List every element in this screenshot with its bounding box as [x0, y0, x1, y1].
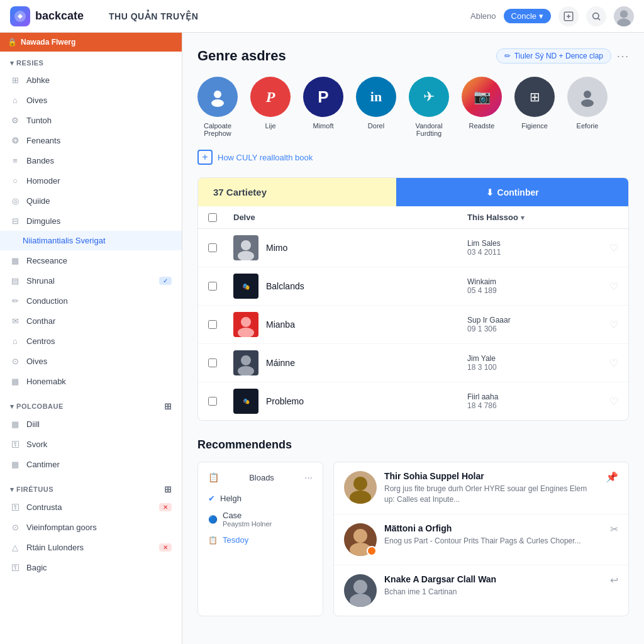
sort-arrow[interactable]: ▾: [521, 214, 525, 221]
rec1-action[interactable]: 📌: [606, 471, 618, 483]
sidebar-item-oives2[interactable]: ⊙Oives: [0, 351, 182, 371]
sidebar-item-honemabk[interactable]: ▦Honemabk: [0, 371, 182, 391]
row1-heart[interactable]: ♡: [609, 242, 618, 254]
rec2-action[interactable]: ✂: [610, 523, 618, 535]
row5-checkbox[interactable]: [208, 397, 217, 406]
icon-lije[interactable]: P Lije: [250, 77, 291, 137]
brand-icons-row: CalpoatePrephow P Lije P Mimoft in Dorel…: [197, 77, 629, 137]
add-button[interactable]: +: [197, 150, 213, 165]
tesdoy-label[interactable]: Tesdoy: [223, 535, 248, 545]
sidebar-item-niiatimantialis[interactable]: Niiatimantialis Sverigat: [0, 231, 182, 250]
vandoral-label: VandoralFurdting: [415, 122, 442, 137]
translate-icon[interactable]: [558, 6, 579, 26]
figience-label: Figience: [521, 122, 548, 130]
row2-heart[interactable]: ♡: [609, 280, 618, 292]
more-options-button[interactable]: ⋯: [616, 48, 629, 64]
sidebar-item-conthar[interactable]: ✉Conthar: [0, 311, 182, 331]
avatar[interactable]: [614, 6, 634, 26]
rec3-action[interactable]: ↩: [610, 574, 618, 586]
sidebar-item-cantimer[interactable]: ▦Cantimer: [0, 454, 182, 474]
sidebar-item-bagic[interactable]: ⚿Bagic: [0, 557, 182, 577]
sidebar-item-feneants[interactable]: ❂Feneants: [0, 130, 182, 150]
quiide-icon: ◎: [10, 196, 20, 206]
row4-heart[interactable]: ♡: [609, 357, 618, 369]
row4-checkbox[interactable]: [208, 358, 217, 367]
row4-meta: Jim Yale 18 3 100: [467, 354, 593, 372]
icon-calpoate[interactable]: CalpoatePrephow: [197, 77, 238, 137]
row3-checkbox[interactable]: [208, 320, 217, 329]
resies-header[interactable]: ▾ Resies: [0, 54, 182, 70]
svg-point-10: [238, 251, 254, 260]
vandoral-circle: ✈: [409, 77, 449, 117]
cantimer-icon: ▦: [10, 459, 20, 469]
sidebar-item-shrunal[interactable]: ▤Shrunal✓: [0, 270, 182, 291]
svg-point-9: [241, 240, 251, 250]
sidebar-item-diill[interactable]: ▦Diill: [0, 414, 182, 434]
cart-header: 37 Cartietey ⬇ Continber: [198, 178, 628, 206]
sidebar-item-contrusta[interactable]: ⚿Contrusta✕: [0, 497, 182, 517]
sidebar-item-centros[interactable]: ⌂Centros: [0, 331, 182, 351]
rec1-avatar-wrapper: [344, 471, 377, 504]
rec-list-item-tesdoy[interactable]: 📋 Tesdoy: [208, 531, 313, 548]
concle-button[interactable]: Concle ▾: [504, 9, 551, 23]
continue-button[interactable]: ⬇ Continber: [396, 178, 628, 206]
sidebar-item-quiide[interactable]: ◎Quiide: [0, 191, 182, 211]
rec-item-2: Mättoni a Orfigh Enog us Part - Contour …: [334, 514, 628, 565]
sidebar-item-rtain[interactable]: △Rtáin Lulonders✕: [0, 537, 182, 557]
logo[interactable]: backcate: [10, 6, 84, 26]
recseance-icon: ▦: [10, 255, 20, 265]
icon-vandoral[interactable]: ✈ VandoralFurdting: [409, 77, 449, 137]
svg-point-6: [211, 99, 224, 107]
tag-pill[interactable]: ✏ Tiuler Sý ND + Dence clap: [496, 48, 611, 64]
rec1-avatar: [344, 471, 377, 504]
sidebar-item-tuntoh[interactable]: ⚙Tuntoh: [0, 110, 182, 130]
select-all-checkbox[interactable]: [208, 213, 217, 222]
svg-point-2: [593, 13, 599, 18]
search-icon[interactable]: [586, 6, 606, 26]
add-section[interactable]: + How CULY realloalth book: [197, 150, 629, 165]
sidebar-item-oives1[interactable]: ⌂Oives: [0, 90, 182, 110]
row1-checkbox[interactable]: [208, 243, 217, 252]
row2-checkbox[interactable]: [208, 282, 217, 291]
bandes-icon: ≡: [10, 155, 20, 165]
icon-mimoft[interactable]: P Mimoft: [303, 77, 343, 137]
readste-label: Readste: [469, 122, 495, 130]
icon-figience[interactable]: ⊞ Figience: [514, 77, 555, 137]
readste-circle: 📷: [462, 77, 502, 117]
case-line2: Peaystm Holner: [223, 520, 272, 528]
rec2-content: Mättoni a Orfigh Enog us Part - Contour …: [384, 523, 602, 547]
sidebar-banner[interactable]: 🔒 Nawada Flwerg: [0, 33, 182, 52]
sidebar-item-vieinfomptan[interactable]: ⊙Vieinfomptan goors: [0, 517, 182, 537]
row3-heart[interactable]: ♡: [609, 319, 618, 331]
sidebar-item-conduction[interactable]: ✏Conduction: [0, 291, 182, 311]
row3-name: Mianba: [266, 319, 295, 330]
icon-readste[interactable]: 📷 Readste: [462, 77, 502, 137]
rec3-desc: Bchan ime 1 Cartinan: [384, 587, 602, 597]
download-icon: ⬇: [486, 187, 494, 197]
sidebar-item-homoder[interactable]: ○Homoder: [0, 170, 182, 191]
centros-icon: ⌂: [10, 336, 20, 346]
svg-point-7: [584, 91, 591, 98]
dorel-circle: in: [356, 77, 396, 117]
table-row: Mianba Sup Ir Gaaar 09 1 306 ♡: [198, 306, 628, 344]
figience-circle: ⊞: [514, 77, 555, 117]
svg-point-19: [353, 580, 367, 594]
conthar-icon: ✉: [10, 316, 20, 326]
polcobaue-header[interactable]: ▾ Polcobaue ⊞: [0, 396, 182, 414]
sidebar-item-dimgules[interactable]: ⊟Dimgules: [0, 211, 182, 231]
icon-dorel[interactable]: in Dorel: [356, 77, 396, 137]
table-row: 🎭 Balclands Winkaim 05 4 189 ♡: [198, 267, 628, 306]
shrunal-badge: ✓: [159, 277, 172, 285]
feneants-icon: ❂: [10, 135, 20, 145]
sidebar-item-recseance[interactable]: ▦Recseance: [0, 250, 182, 270]
sidebar-item-bandes[interactable]: ≡Bandes: [0, 150, 182, 170]
bloads-more[interactable]: ⋯: [304, 473, 313, 482]
icon-eeforie[interactable]: Eeforie: [567, 77, 608, 137]
row5-heart[interactable]: ♡: [609, 396, 618, 408]
recs-left-header: 📋 Bloads ⋯: [208, 472, 313, 482]
firetuus-header[interactable]: ▾ Firétuus ⊞: [0, 479, 182, 497]
sidebar-item-svork[interactable]: ⚿Svork: [0, 434, 182, 454]
sidebar-item-abhke[interactable]: ⊞Abhke: [0, 70, 182, 90]
polcobaue-label: ▾ Polcobaue: [10, 402, 64, 411]
svg-point-3: [620, 10, 628, 18]
